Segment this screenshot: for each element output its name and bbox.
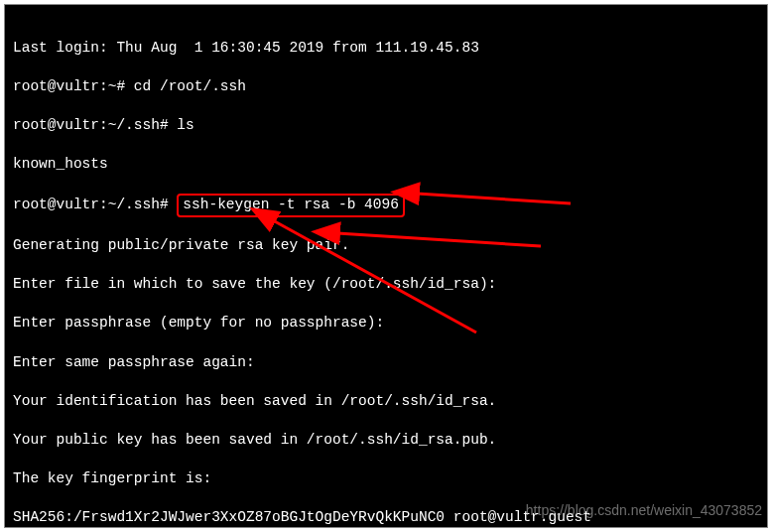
line-last-login: Last login: Thu Aug 1 16:30:45 2019 from… [13,39,759,59]
line-fingerprint-is: The key fingerprint is: [13,469,759,489]
highlighted-command: ssh-keygen -t rsa -b 4096 [177,194,405,217]
line-enter-pass-again: Enter same passphrase again: [13,353,759,373]
line-id-saved: Your identification has been saved in /r… [13,392,759,412]
terminal-output[interactable]: Last login: Thu Aug 1 16:30:45 2019 from… [5,15,767,527]
title-bar [5,5,767,15]
line-generating: Generating public/private rsa key pair. [13,236,759,256]
line-enter-pass: Enter passphrase (empty for no passphras… [13,314,759,333]
line-prompt-keygen: root@vultr:~/.ssh# ssh-keygen -t rsa -b … [13,194,759,217]
line-enter-file: Enter file in which to save the key (/ro… [13,275,759,295]
line-known-hosts: known_hosts [13,155,759,175]
line-pub-saved: Your public key has been saved in /root/… [13,431,759,451]
line-prompt-ls: root@vultr:~/.ssh# ls [13,116,759,136]
line-prompt-cd: root@vultr:~# cd /root/.ssh [13,77,759,97]
line-fingerprint: SHA256:/Frswd1Xr2JWJwer3XxOZ87oBGJtOgDeY… [13,508,759,527]
prompt-prefix: root@vultr:~/.ssh# [13,197,177,212]
